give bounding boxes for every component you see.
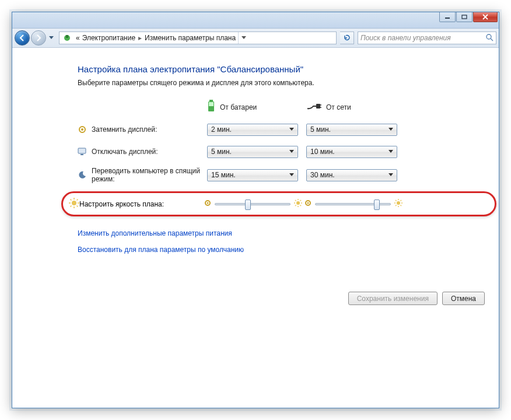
navbar: « Электропитание ▸ Изменить параметры пл… xyxy=(12,29,499,48)
svg-line-22 xyxy=(77,206,78,207)
row-dim-display: Затемнить дисплей: 2 мин. 5 мин. xyxy=(78,123,485,136)
close-button[interactable] xyxy=(473,12,498,22)
svg-line-44 xyxy=(401,205,402,206)
breadcrumb[interactable]: « Электропитание ▸ Изменить параметры пл… xyxy=(74,32,238,44)
row-brightness: Настроить яркость плана: xyxy=(61,191,496,216)
sleep-battery-select[interactable]: 15 мин. xyxy=(207,169,298,181)
dim-plugged-value: 5 мин. xyxy=(310,125,331,134)
svg-rect-3 xyxy=(66,35,68,38)
chevron-down-icon xyxy=(386,125,395,134)
chevron-down-icon xyxy=(287,148,296,156)
row-sleep-label: Переводить компьютер в спящий режим: xyxy=(92,167,207,183)
back-button[interactable] xyxy=(15,30,30,46)
chevron-down-icon xyxy=(386,148,395,156)
search-placeholder: Поиск в панели управления xyxy=(360,34,451,42)
breadcrumb-item[interactable]: Электропитание xyxy=(82,34,135,42)
brightness-battery-slider[interactable] xyxy=(215,203,290,205)
sleep-battery-value: 15 мин. xyxy=(211,171,236,179)
dim-battery-value: 2 мин. xyxy=(211,125,232,134)
brightness-plugged-slider-group xyxy=(304,199,402,209)
svg-line-23 xyxy=(77,200,78,201)
column-plugged: От сети xyxy=(306,100,405,114)
chevron-down-icon xyxy=(386,171,395,180)
dim-battery-select[interactable]: 2 мин. xyxy=(207,124,298,136)
svg-line-35 xyxy=(295,205,296,206)
breadcrumb-item[interactable]: Изменить параметры плана xyxy=(145,34,236,42)
slider-thumb[interactable] xyxy=(374,200,380,210)
display-off-battery-select[interactable]: 5 мин. xyxy=(207,146,298,158)
chevron-down-icon xyxy=(287,171,296,180)
restore-defaults-link[interactable]: Восстановить для плана параметры по умол… xyxy=(78,246,485,254)
caption-buttons xyxy=(439,12,498,22)
search-icon xyxy=(485,33,494,43)
svg-point-4 xyxy=(487,34,491,39)
monitor-icon xyxy=(78,147,87,156)
address-dropdown[interactable] xyxy=(238,32,249,44)
breadcrumb-prefix: « xyxy=(76,34,80,42)
row-brightness-label: Настроить яркость плана: xyxy=(79,200,204,208)
minimize-button[interactable] xyxy=(439,12,456,22)
brightness-battery-slider-group xyxy=(204,199,302,209)
svg-rect-8 xyxy=(209,102,214,106)
svg-point-16 xyxy=(72,201,76,205)
chevron-right-icon: ▸ xyxy=(138,34,142,42)
dim-icon xyxy=(78,125,87,134)
display-off-battery-value: 5 мин. xyxy=(211,148,232,156)
sun-icon xyxy=(69,198,79,210)
row-display-off-label: Отключать дисплей: xyxy=(92,148,207,156)
links: Изменить дополнительные параметры питани… xyxy=(78,229,485,254)
address-bar[interactable]: « Электропитание ▸ Изменить параметры пл… xyxy=(59,32,337,44)
page-title: Настройка плана электропитания "Сбаланси… xyxy=(78,64,485,74)
sleep-plugged-select[interactable]: 30 мин. xyxy=(306,169,397,181)
svg-point-13 xyxy=(81,128,83,131)
search-input[interactable]: Поиск в панели управления xyxy=(358,32,496,44)
svg-rect-0 xyxy=(445,18,450,19)
history-dropdown[interactable] xyxy=(47,32,55,44)
svg-point-27 xyxy=(296,201,300,205)
footer-buttons: Сохранить изменения Отмена xyxy=(348,292,485,305)
slider-thumb[interactable] xyxy=(245,200,251,210)
brightness-plugged-slider[interactable] xyxy=(315,203,391,205)
sleep-plugged-value: 30 мин. xyxy=(310,171,335,179)
svg-line-33 xyxy=(300,205,302,206)
sun-bright-icon xyxy=(394,199,402,209)
cancel-button[interactable]: Отмена xyxy=(442,292,485,305)
svg-point-38 xyxy=(397,201,400,205)
dim-plugged-select[interactable]: 5 мин. xyxy=(306,124,397,136)
svg-line-43 xyxy=(396,200,397,201)
battery-icon xyxy=(207,100,215,114)
sun-dim-icon xyxy=(204,200,211,208)
svg-line-45 xyxy=(401,200,402,201)
window: « Электропитание ▸ Изменить параметры пл… xyxy=(12,12,499,408)
svg-line-24 xyxy=(71,206,72,207)
row-dim-label: Затемнить дисплей: xyxy=(92,125,207,134)
maximize-button[interactable] xyxy=(456,12,473,22)
advanced-settings-link[interactable]: Изменить дополнительные параметры питани… xyxy=(78,229,485,237)
save-button[interactable]: Сохранить изменения xyxy=(348,292,438,305)
sun-bright-icon xyxy=(294,199,302,209)
row-display-off: Отключать дисплей: 5 мин. 10 мин. xyxy=(78,145,485,159)
page-subtext: Выберите параметры спящего режима и дисп… xyxy=(78,79,485,87)
column-battery-label: От батареи xyxy=(220,103,257,111)
display-off-plugged-select[interactable]: 10 мин. xyxy=(306,146,397,158)
refresh-button[interactable] xyxy=(340,32,354,44)
svg-point-26 xyxy=(207,202,209,204)
display-off-plugged-value: 10 мин. xyxy=(310,148,335,156)
moon-icon xyxy=(78,170,87,180)
svg-rect-9 xyxy=(316,104,320,108)
content: Настройка плана электропитания "Сбаланси… xyxy=(12,48,499,408)
columns-header: От батареи От сети xyxy=(207,100,485,114)
svg-line-32 xyxy=(295,200,296,201)
svg-rect-6 xyxy=(209,100,213,102)
chevron-down-icon xyxy=(287,125,296,134)
svg-line-5 xyxy=(491,38,493,41)
plug-icon xyxy=(306,102,321,112)
svg-point-37 xyxy=(307,202,309,204)
column-plugged-label: От сети xyxy=(326,103,351,111)
svg-rect-14 xyxy=(78,148,86,153)
svg-rect-1 xyxy=(462,15,467,19)
svg-line-46 xyxy=(396,205,397,206)
forward-button[interactable] xyxy=(31,30,46,46)
svg-line-21 xyxy=(71,200,72,201)
svg-rect-15 xyxy=(80,154,83,155)
